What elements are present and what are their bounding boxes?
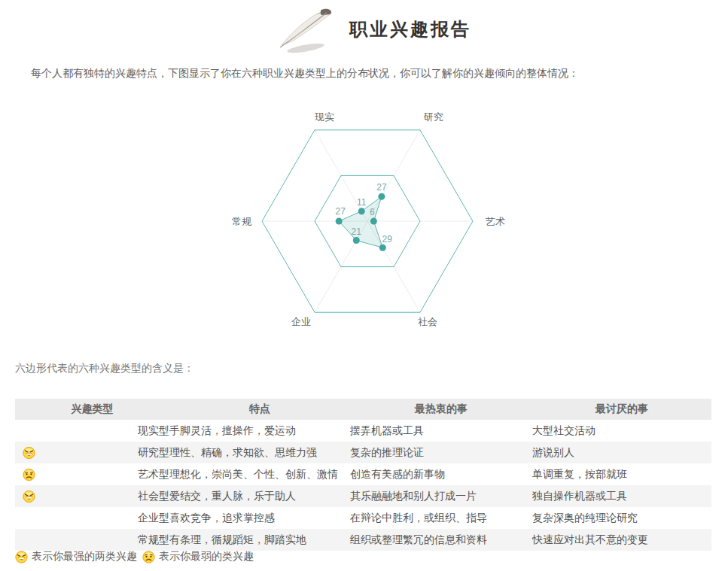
loves-cell: 摆弄机器或工具 [350, 420, 532, 442]
traits-cell: 理想化，崇尚美、个性、创新、激情 [169, 463, 350, 485]
table-row: 常规型有条理，循规蹈矩，脚踏实地组织或整理繁冗的信息和资料快速应对出其不意的变更 [15, 529, 711, 551]
page-title: 职业兴趣报告 [349, 17, 471, 41]
radar-axis-label: 现实 [314, 111, 334, 123]
traits-cell: 手脚灵活，擅操作，爱运动 [169, 420, 350, 442]
table-row: 现实型手脚灵活，擅操作，爱运动摆弄机器或工具大型社交活动 [15, 420, 711, 442]
table-row: 艺术型理想化，崇尚美、个性、创新、激情创造有美感的新事物单调重复，按部就班 [15, 463, 711, 485]
strong-emoji-icon [23, 446, 35, 459]
interest-type-cell: 现实型 [15, 420, 169, 442]
radar-axis-label: 常规 [232, 216, 252, 227]
legend-weak-label: 表示你最弱的类兴趣 [159, 550, 254, 563]
hates-cell: 单调重复，按部就班 [532, 463, 711, 485]
radar-axis-label: 社会 [418, 316, 437, 327]
radar-axis-label: 艺术 [486, 216, 505, 227]
interest-type-cell: 研究型 [15, 442, 169, 463]
traits-cell: 理性、精确，求知欲、思维力强 [169, 442, 350, 463]
legend-footer: 表示你最强的两类兴趣 表示你最弱的类兴趣 [15, 550, 259, 563]
loves-cell: 在辩论中胜利，或组织、指导 [350, 507, 532, 529]
legend-strong-label: 表示你最强的两类兴趣 [32, 550, 137, 563]
weak-emoji-icon [23, 468, 35, 481]
interest-type-cell: 常规型 [15, 529, 169, 551]
radar-data-point [370, 218, 377, 225]
loves-cell: 复杂的推理论证 [350, 442, 532, 463]
radar-chart: 11276292127现实研究艺术社会企业常规 [218, 105, 535, 340]
hates-cell: 独自操作机器或工具 [532, 485, 711, 507]
feather-icon [271, 5, 340, 54]
loves-cell: 组织或整理繁冗的信息和资料 [350, 529, 532, 551]
interest-type-cell: 社会型 [15, 485, 169, 507]
radar-data-point [379, 244, 386, 251]
table-intro-text: 六边形代表的六种兴趣类型的含义是： [15, 362, 194, 375]
radar-data-point [358, 208, 365, 214]
radar-axis-label: 企业 [291, 316, 311, 327]
interest-type-label: 社会型 [138, 490, 169, 502]
table-row: 社会型爱结交，重人脉，乐于助人其乐融融地和别人打成一片独自操作机器或工具 [15, 485, 711, 507]
table-header-cell: 最热衷的事 [350, 399, 532, 420]
strong-emoji-icon [15, 551, 28, 563]
interest-type-label: 研究型 [138, 446, 169, 458]
table-header-cell: 最讨厌的事 [532, 399, 711, 420]
radar-data-point [378, 193, 385, 200]
table-row: 企业型喜欢竞争，追求掌控感在辩论中胜利，或组织、指导复杂深奥的纯理论研究 [15, 507, 711, 529]
interest-type-label: 现实型 [138, 424, 169, 436]
loves-cell: 其乐融融地和别人打成一片 [350, 485, 532, 507]
interest-type-cell: 企业型 [15, 507, 169, 529]
table-header-cell: 特点 [169, 399, 350, 420]
radar-value-label: 11 [357, 197, 367, 208]
hates-cell: 游说别人 [532, 442, 711, 463]
loves-cell: 创造有美感的新事物 [350, 463, 532, 485]
legend-strong: 表示你最强的两类兴趣 [15, 550, 137, 563]
radar-data-point [336, 218, 343, 225]
weak-emoji-icon [142, 551, 155, 563]
hates-cell: 复杂深奥的纯理论研究 [532, 507, 711, 529]
table-row: 研究型理性、精确，求知欲、思维力强复杂的推理论证游说别人 [15, 442, 711, 463]
interest-type-cell: 艺术型 [15, 463, 169, 485]
traits-cell: 爱结交，重人脉，乐于助人 [169, 485, 350, 507]
interest-type-label: 常规型 [138, 533, 169, 545]
traits-cell: 喜欢竞争，追求掌控感 [169, 507, 350, 529]
intro-text: 每个人都有独特的兴趣特点，下图显示了你在六种职业兴趣类型上的分布状况，你可以了解… [31, 67, 579, 80]
career-interest-report-page: 职业兴趣报告 每个人都有独特的兴趣特点，下图显示了你在六种职业兴趣类型上的分布状… [0, 0, 728, 571]
radar-value-label: 29 [382, 234, 393, 244]
table-header: 兴趣类型特点最热衷的事最讨厌的事 [15, 399, 711, 420]
interest-types-table: 兴趣类型特点最热衷的事最讨厌的事 现实型手脚灵活，擅操作，爱运动摆弄机器或工具大… [15, 399, 711, 551]
legend-weak: 表示你最弱的类兴趣 [142, 550, 254, 563]
hates-cell: 快速应对出其不意的变更 [532, 529, 711, 551]
strong-emoji-icon [23, 490, 35, 503]
radar-chart-svg: 11276292127现实研究艺术社会企业常规 [218, 105, 535, 340]
radar-value-label: 21 [352, 226, 362, 237]
hates-cell: 大型社交活动 [532, 420, 711, 442]
radar-data-point [353, 237, 360, 244]
radar-axis-label: 研究 [423, 111, 443, 123]
radar-value-label: 6 [370, 207, 375, 217]
report-header: 职业兴趣报告 [271, 5, 471, 54]
radar-value-label: 27 [376, 182, 387, 193]
interest-type-label: 艺术型 [138, 468, 169, 480]
traits-cell: 有条理，循规蹈矩，脚踏实地 [169, 529, 350, 551]
interest-type-label: 企业型 [138, 512, 169, 524]
radar-value-label: 27 [336, 206, 346, 217]
table-header-cell: 兴趣类型 [15, 399, 169, 420]
